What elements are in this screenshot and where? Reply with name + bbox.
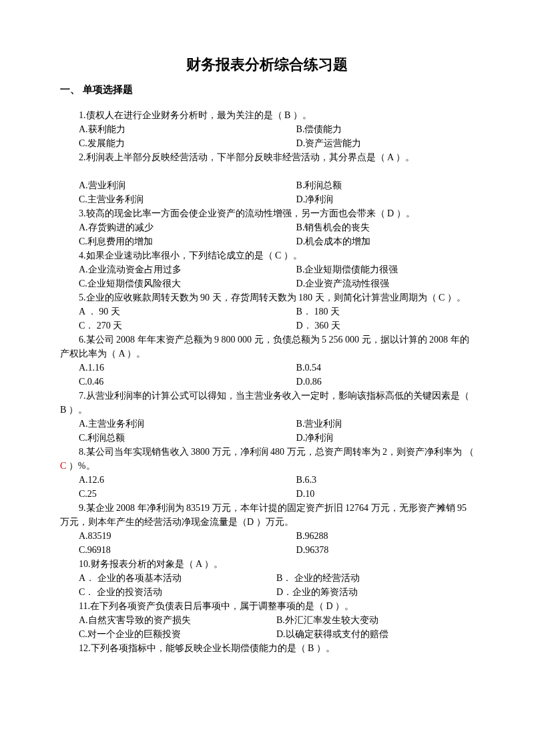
q7-opt-d: D.净利润 [296, 431, 474, 445]
q8-answer: C [60, 461, 66, 471]
q6-opt-d: D.0.86 [296, 375, 474, 389]
q2-text: 2.利润表上半部分反映经营活动，下半部分反映非经营活动，其分界点是（ A ）。 [60, 150, 474, 164]
q7-opt-c: C.利润总额 [79, 431, 296, 445]
q5-opt-d: D． 360 天 [296, 319, 474, 333]
q3-text: 3.较高的现金比率一方面会使企业资产的流动性增强，另一方面也会带来（ D ）。 [60, 206, 474, 220]
q1-opt-d: D.资产运营能力 [296, 136, 474, 150]
q7-text: 7.从营业利润率的计算公式可以得知，当主营业务收入一定时，影响该指标高低的关键因… [60, 389, 474, 417]
q9-opt-c: C.96918 [79, 543, 296, 557]
q1-opt-c: C.发展能力 [79, 136, 296, 150]
q11-opt-b: B.外汇汇率发生较大变动 [276, 613, 474, 627]
q2-opt-a: A.营业利润 [79, 178, 296, 192]
q10-opt-a: A． 企业的各项基本活动 [79, 571, 276, 585]
q9-opt-d: D.96378 [296, 543, 474, 557]
q8-text: 8.某公司当年实现销售收入 3800 万元，净利润 480 万元，总资产周转率为… [60, 445, 474, 473]
q3-opt-b: B.销售机会的丧失 [296, 220, 474, 234]
q8-opt-d: D.10 [296, 487, 474, 501]
q4-opt-d: D.企业资产流动性很强 [296, 276, 474, 291]
q10-text: 10.财务报表分析的对象是（ A ）。 [60, 557, 474, 571]
q10-opt-c: C． 企业的投资活动 [79, 585, 276, 599]
q7-opt-a: A.主营业务利润 [79, 417, 296, 431]
q4-opt-b: B.企业短期偿债能力很强 [296, 262, 474, 276]
q10-opt-d: D．企业的筹资活动 [276, 585, 474, 599]
q4-opt-a: A.企业流动资金占用过多 [79, 262, 296, 276]
q3-opt-d: D.机会成本的增加 [296, 234, 474, 248]
q3-opt-c: C.利息费用的增加 [79, 234, 296, 248]
q5-opt-b: B． 180 天 [296, 305, 474, 319]
q5-opt-a: A ． 90 天 [79, 305, 296, 319]
q2-opt-b: B.利润总额 [296, 178, 474, 192]
q8-opt-b: B.6.3 [296, 473, 474, 487]
q5-opt-c: C． 270 天 [79, 319, 296, 333]
q10-opt-b: B． 企业的经营活动 [276, 571, 474, 585]
q5-text: 5.企业的应收账款周转天数为 90 天，存货周转天数为 180 天，则简化计算营… [60, 291, 474, 305]
q8-opt-c: C.25 [79, 487, 296, 501]
q1-opt-b: B.偿债能力 [296, 122, 474, 136]
q3-opt-a: A.存货购进的减少 [79, 220, 296, 234]
q7-opt-b: B.营业利润 [296, 417, 474, 431]
q9-opt-b: B.96288 [296, 529, 474, 543]
q1-text: 1.债权人在进行企业财务分析时，最为关注的是（ B ）。 [60, 108, 474, 122]
q9-opt-a: A.83519 [79, 529, 296, 543]
q2-opt-d: D.净利润 [296, 192, 474, 206]
q11-opt-a: A.自然灾害导致的资产损失 [79, 613, 276, 627]
q6-opt-b: B.0.54 [296, 361, 474, 375]
q8-opt-a: A.12.6 [79, 473, 296, 487]
q1-opt-a: A.获利能力 [79, 122, 296, 136]
q12-text: 12.下列各项指标中，能够反映企业长期偿债能力的是（ B ）。 [60, 641, 474, 655]
q11-text: 11.在下列各项资产负债表日后事项中，属于调整事项的是（ D ）。 [60, 599, 474, 613]
q6-text: 6.某公司 2008 年年末资产总额为 9 800 000 元，负债总额为 5 … [60, 333, 474, 361]
q11-opt-c: C.对一个企业的巨额投资 [79, 627, 276, 641]
q2-opt-c: C.主营业务利润 [79, 192, 296, 206]
q6-opt-c: C.0.46 [79, 375, 296, 389]
q4-text: 4.如果企业速动比率很小，下列结论成立的是（ C ）。 [60, 248, 474, 262]
q9-text: 9.某企业 2008 年净利润为 83519 万元，本年计提的固定资产折旧 12… [60, 501, 474, 529]
section-heading: 一、 单项选择题 [60, 82, 474, 98]
q11-opt-d: D.以确定获得或支付的赔偿 [276, 627, 474, 641]
q6-opt-a: A.1.16 [79, 361, 296, 375]
q4-opt-c: C.企业短期偿债风险很大 [79, 276, 296, 291]
page-title: 财务报表分析综合练习题 [60, 53, 474, 75]
